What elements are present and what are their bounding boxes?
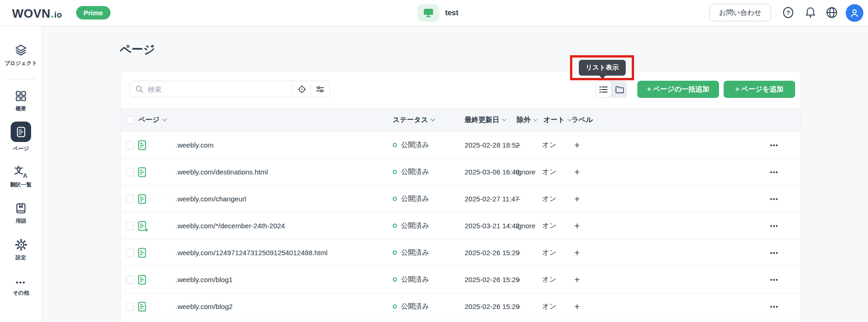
row-menu-button[interactable]: ••• <box>770 168 778 175</box>
row-checkbox[interactable] <box>126 222 134 230</box>
toolbar-divider <box>292 85 293 93</box>
column-header-updated[interactable]: 最終更新日 <box>465 109 507 131</box>
add-label-button[interactable]: + <box>574 221 580 231</box>
status-text: 公開済み <box>401 141 429 149</box>
sidebar-item-label: プロジェクト <box>5 60 38 67</box>
row-menu-button[interactable]: ••• <box>770 222 778 229</box>
page-url[interactable]: .weebly.com/blog2 <box>175 293 233 320</box>
book-icon <box>15 202 27 214</box>
status-cell: 公開済み <box>393 186 429 212</box>
filter-sliders-icon[interactable] <box>315 84 325 94</box>
page-url[interactable]: .weebly.com/destinations.html <box>175 159 268 185</box>
list-view-button[interactable] <box>596 81 611 98</box>
sidebar-item-overview[interactable]: 概要 <box>0 90 42 112</box>
exclude-value: -- <box>516 132 520 158</box>
add-label-button[interactable]: + <box>574 140 580 150</box>
sidebar-item-pages[interactable]: ページ <box>0 122 42 152</box>
add-label-button[interactable]: + <box>574 275 580 284</box>
svg-text:?: ? <box>786 9 790 16</box>
column-header-status[interactable]: ステータス <box>393 109 435 131</box>
exclude-value: -- <box>516 266 520 293</box>
target-filter-icon[interactable] <box>297 84 307 94</box>
auto-translate-value: オン <box>542 159 557 185</box>
dynamic-page-star-icon: ✱ <box>144 228 148 232</box>
translate-icon-char: A <box>23 172 27 179</box>
updated-date: 2025-03-21 14:42 <box>465 213 519 239</box>
row-menu-button[interactable]: ••• <box>770 276 778 283</box>
status-cell: 公開済み <box>393 293 429 320</box>
row-checkbox[interactable] <box>126 195 134 203</box>
select-all-checkbox[interactable] <box>126 116 134 124</box>
row-menu-button[interactable]: ••• <box>770 303 778 310</box>
table-row: ✱ · · · · · · .weebly.com/changeurl 公開済み… <box>121 186 801 213</box>
status-cell: 公開済み <box>393 213 429 239</box>
status-dot-icon <box>393 197 397 201</box>
help-icon[interactable]: ? <box>781 6 795 19</box>
table-row: ✱ .weebly.com 公開済み 2025-02-28 18:52 -- オ… <box>121 132 801 159</box>
add-label-button[interactable]: + <box>574 302 580 311</box>
add-label-button[interactable]: + <box>574 248 580 258</box>
view-toggle <box>596 81 627 98</box>
user-avatar[interactable] <box>846 4 863 22</box>
row-menu-button[interactable]: ••• <box>770 195 778 202</box>
search-input[interactable] <box>148 85 289 93</box>
page-doc-icon: ✱ <box>138 194 146 204</box>
project-name: test <box>445 9 458 17</box>
row-menu-button[interactable]: ••• <box>770 249 778 256</box>
pages-card: + ページの一括追加 + ページを追加 ページ ステータス 最終更新日 除外 <box>121 71 801 322</box>
row-checkbox[interactable] <box>126 276 134 284</box>
updated-date: 2025-02-27 11:47 <box>465 186 519 212</box>
sidebar-item-label: その他 <box>13 290 29 296</box>
exclude-value: Ignore <box>516 159 536 185</box>
search-icon <box>136 85 143 93</box>
row-checkbox[interactable] <box>126 168 134 176</box>
updated-date: 2025-02-28 18:52 <box>465 132 519 158</box>
sidebar-item-project[interactable]: プロジェクト <box>0 44 42 67</box>
page-url[interactable]: .weebly.com/*/december-24th-2024 <box>175 213 285 239</box>
column-header-exclude[interactable]: 除外 <box>517 109 538 131</box>
auto-translate-value: オン <box>542 266 557 293</box>
page-url[interactable]: .weebly.com/changeurl <box>175 186 246 212</box>
table-row: ✱ .weebly.com/destinations.html 公開済み 202… <box>121 159 801 186</box>
updated-date: 2025-02-26 15:29 <box>465 266 519 293</box>
page-doc-icon: ✱ <box>138 167 146 177</box>
page-url[interactable]: .weebly.com <box>175 132 214 158</box>
sidebar-item-translations[interactable]: 文 A 翻訳一覧 <box>0 165 42 188</box>
sort-chevron-icon <box>533 118 538 122</box>
bulk-add-pages-button[interactable]: + ページの一括追加 <box>637 81 719 98</box>
page-url[interactable]: .weebly.com/1249712473125091254012488.ht… <box>175 239 327 266</box>
project-switcher[interactable]: test <box>417 4 458 22</box>
language-globe-icon[interactable] <box>825 6 839 19</box>
updated-date: 2025-02-26 15:29 <box>465 293 519 320</box>
page-doc-icon: ✱ <box>138 275 146 285</box>
main-content: ページ <box>42 26 868 322</box>
notifications-bell-icon[interactable] <box>803 6 817 19</box>
wovn-logo[interactable]: WOVN.io <box>12 6 62 21</box>
sidebar-item-more[interactable]: ••• その他 <box>0 278 42 296</box>
logo-text: WOVN <box>12 6 51 20</box>
translate-icon: 文 A <box>14 165 27 178</box>
row-menu-button[interactable]: ••• <box>770 142 778 148</box>
row-checkbox[interactable] <box>126 303 134 311</box>
updated-date: 2025-02-26 15:29 <box>465 239 519 266</box>
page-url[interactable]: .weebly.com/blog1 <box>175 266 233 293</box>
row-checkbox[interactable] <box>126 249 134 257</box>
sidebar-item-settings[interactable]: 設定 <box>0 238 42 261</box>
auto-translate-value: オン <box>542 186 557 212</box>
column-header-auto[interactable]: オート <box>544 109 572 131</box>
row-checkbox[interactable] <box>126 141 134 149</box>
column-header-label: ラベル <box>571 109 593 131</box>
tooltip-text: リスト表示 <box>586 64 619 72</box>
add-label-button[interactable]: + <box>574 194 580 204</box>
status-text: 公開済み <box>401 248 429 257</box>
status-text: 公開済み <box>401 302 429 311</box>
column-header-page[interactable]: ページ <box>138 109 167 131</box>
add-page-button[interactable]: + ページを追加 <box>724 81 795 98</box>
status-dot-icon <box>393 143 397 147</box>
sidebar-item-glossary[interactable]: 用語 <box>0 202 42 225</box>
exclude-value: -- <box>516 293 520 320</box>
folder-view-button[interactable] <box>611 81 627 98</box>
exclude-value: -- <box>516 186 520 212</box>
contact-button[interactable]: お問い合わせ <box>709 4 771 21</box>
add-label-button[interactable]: + <box>574 167 580 177</box>
